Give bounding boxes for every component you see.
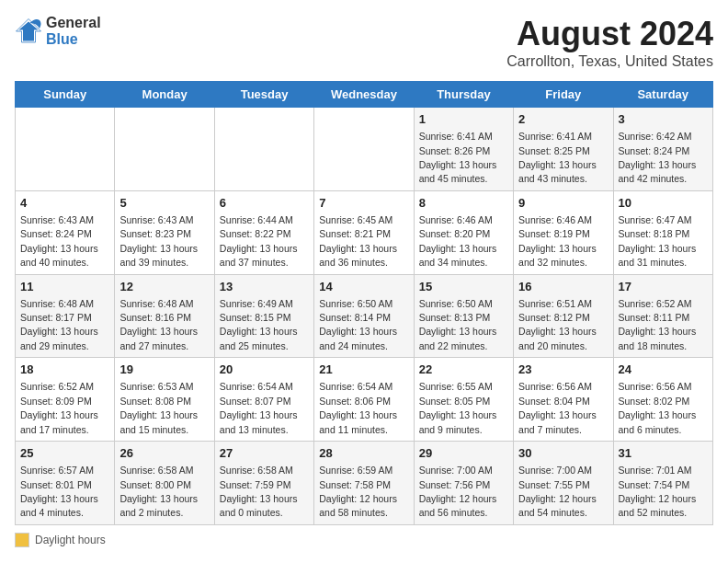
- day-info: Sunrise: 6:51 AM Sunset: 8:12 PM Dayligh…: [518, 298, 597, 351]
- calendar-cell: [16, 108, 115, 191]
- day-info: Sunrise: 6:58 AM Sunset: 7:59 PM Dayligh…: [220, 465, 298, 518]
- day-number: 5: [119, 195, 209, 212]
- weekday-header-wednesday: Wednesday: [314, 82, 414, 108]
- day-info: Sunrise: 6:49 AM Sunset: 8:15 PM Dayligh…: [220, 298, 298, 351]
- day-number: 19: [119, 362, 209, 378]
- day-number: 3: [619, 111, 708, 128]
- calendar-cell: 29Sunrise: 7:00 AM Sunset: 7:56 PM Dayli…: [414, 442, 513, 525]
- day-number: 2: [518, 111, 608, 128]
- calendar-cell: 3Sunrise: 6:42 AM Sunset: 8:24 PM Daylig…: [613, 108, 712, 191]
- page-subtitle: Carrollton, Texas, United States: [506, 53, 713, 70]
- day-number: 1: [419, 111, 508, 128]
- day-number: 28: [319, 445, 408, 462]
- legend: Daylight hours: [15, 533, 713, 547]
- calendar-week-row: 25Sunrise: 6:57 AM Sunset: 8:01 PM Dayli…: [16, 442, 713, 525]
- day-number: 26: [119, 445, 209, 462]
- page-title: August 2024: [506, 15, 713, 53]
- calendar-cell: 31Sunrise: 7:01 AM Sunset: 7:54 PM Dayli…: [613, 442, 712, 525]
- day-info: Sunrise: 6:53 AM Sunset: 8:08 PM Dayligh…: [119, 381, 198, 434]
- day-info: Sunrise: 6:41 AM Sunset: 8:25 PM Dayligh…: [518, 131, 597, 184]
- day-info: Sunrise: 6:43 AM Sunset: 8:23 PM Dayligh…: [119, 214, 198, 268]
- day-info: Sunrise: 6:54 AM Sunset: 8:06 PM Dayligh…: [319, 381, 397, 434]
- day-info: Sunrise: 6:56 AM Sunset: 8:02 PM Dayligh…: [619, 381, 697, 434]
- day-number: 27: [220, 445, 309, 462]
- calendar-cell: [314, 108, 414, 191]
- day-number: 12: [119, 279, 209, 295]
- calendar-cell: 4Sunrise: 6:43 AM Sunset: 8:24 PM Daylig…: [16, 190, 115, 274]
- logo-line2: Blue: [46, 31, 101, 48]
- day-info: Sunrise: 6:59 AM Sunset: 7:58 PM Dayligh…: [319, 465, 397, 518]
- calendar-cell: 8Sunrise: 6:46 AM Sunset: 8:20 PM Daylig…: [414, 190, 513, 274]
- calendar-cell: 7Sunrise: 6:45 AM Sunset: 8:21 PM Daylig…: [314, 190, 414, 274]
- day-info: Sunrise: 6:52 AM Sunset: 8:09 PM Dayligh…: [20, 381, 98, 434]
- calendar-cell: 2Sunrise: 6:41 AM Sunset: 8:25 PM Daylig…: [514, 108, 613, 191]
- calendar-cell: 23Sunrise: 6:56 AM Sunset: 8:04 PM Dayli…: [514, 358, 613, 442]
- daylight-legend-label: Daylight hours: [35, 534, 106, 546]
- calendar-cell: 17Sunrise: 6:52 AM Sunset: 8:11 PM Dayli…: [613, 274, 712, 358]
- day-number: 6: [220, 195, 309, 212]
- day-info: Sunrise: 6:46 AM Sunset: 8:19 PM Dayligh…: [518, 214, 597, 268]
- calendar-header: SundayMondayTuesdayWednesdayThursdayFrid…: [16, 82, 713, 108]
- day-number: 23: [518, 362, 608, 378]
- weekday-header-tuesday: Tuesday: [214, 82, 313, 108]
- day-number: 15: [419, 279, 508, 295]
- day-number: 16: [518, 279, 608, 295]
- calendar-cell: 11Sunrise: 6:48 AM Sunset: 8:17 PM Dayli…: [16, 274, 115, 358]
- calendar-cell: 19Sunrise: 6:53 AM Sunset: 8:08 PM Dayli…: [115, 358, 214, 442]
- day-info: Sunrise: 6:42 AM Sunset: 8:24 PM Dayligh…: [619, 131, 697, 184]
- day-info: Sunrise: 6:58 AM Sunset: 8:00 PM Dayligh…: [119, 465, 198, 518]
- calendar-cell: 10Sunrise: 6:47 AM Sunset: 8:18 PM Dayli…: [613, 190, 712, 274]
- day-info: Sunrise: 6:50 AM Sunset: 8:13 PM Dayligh…: [419, 298, 497, 351]
- day-info: Sunrise: 6:57 AM Sunset: 8:01 PM Dayligh…: [20, 465, 98, 518]
- calendar-table: SundayMondayTuesdayWednesdayThursdayFrid…: [15, 81, 713, 525]
- calendar-cell: [214, 108, 313, 191]
- calendar-cell: 25Sunrise: 6:57 AM Sunset: 8:01 PM Dayli…: [16, 442, 115, 525]
- day-info: Sunrise: 6:48 AM Sunset: 8:17 PM Dayligh…: [20, 298, 98, 351]
- day-number: 7: [319, 195, 408, 212]
- calendar-body: 1Sunrise: 6:41 AM Sunset: 8:26 PM Daylig…: [16, 108, 713, 525]
- calendar-cell: 1Sunrise: 6:41 AM Sunset: 8:26 PM Daylig…: [414, 108, 513, 191]
- day-info: Sunrise: 6:54 AM Sunset: 8:07 PM Dayligh…: [220, 381, 298, 434]
- calendar-cell: 9Sunrise: 6:46 AM Sunset: 8:19 PM Daylig…: [514, 190, 613, 274]
- calendar-cell: 18Sunrise: 6:52 AM Sunset: 8:09 PM Dayli…: [16, 358, 115, 442]
- day-info: Sunrise: 6:47 AM Sunset: 8:18 PM Dayligh…: [619, 214, 697, 268]
- title-block: August 2024 Carrollton, Texas, United St…: [506, 15, 713, 70]
- weekday-header-friday: Friday: [514, 82, 613, 108]
- calendar-cell: 30Sunrise: 7:00 AM Sunset: 7:55 PM Dayli…: [514, 442, 613, 525]
- logo-icon: [15, 17, 42, 45]
- calendar-cell: 27Sunrise: 6:58 AM Sunset: 7:59 PM Dayli…: [214, 442, 313, 525]
- weekday-header-monday: Monday: [115, 82, 214, 108]
- weekday-header-sunday: Sunday: [16, 82, 115, 108]
- weekday-header-saturday: Saturday: [613, 82, 712, 108]
- day-number: 18: [20, 362, 109, 378]
- day-info: Sunrise: 6:56 AM Sunset: 8:04 PM Dayligh…: [518, 381, 597, 434]
- day-number: 14: [319, 279, 408, 295]
- logo: General Blue: [15, 15, 101, 47]
- logo-text: General Blue: [46, 15, 101, 47]
- day-info: Sunrise: 6:41 AM Sunset: 8:26 PM Dayligh…: [419, 131, 497, 184]
- day-number: 4: [20, 195, 109, 212]
- daylight-legend-icon: [15, 533, 29, 547]
- day-number: 21: [319, 362, 408, 378]
- page-header: General Blue August 2024 Carrollton, Tex…: [15, 15, 713, 70]
- day-number: 13: [220, 279, 309, 295]
- day-number: 30: [518, 445, 608, 462]
- logo-line1: General: [46, 15, 101, 31]
- calendar-cell: 24Sunrise: 6:56 AM Sunset: 8:02 PM Dayli…: [613, 358, 712, 442]
- day-number: 9: [518, 195, 608, 212]
- day-info: Sunrise: 6:46 AM Sunset: 8:20 PM Dayligh…: [419, 214, 497, 268]
- calendar-week-row: 18Sunrise: 6:52 AM Sunset: 8:09 PM Dayli…: [16, 358, 713, 442]
- day-number: 31: [619, 445, 708, 462]
- weekday-header-row: SundayMondayTuesdayWednesdayThursdayFrid…: [16, 82, 713, 108]
- day-number: 10: [619, 195, 708, 212]
- weekday-header-thursday: Thursday: [414, 82, 513, 108]
- day-number: 17: [619, 279, 708, 295]
- day-info: Sunrise: 7:00 AM Sunset: 7:55 PM Dayligh…: [518, 465, 597, 518]
- day-info: Sunrise: 6:43 AM Sunset: 8:24 PM Dayligh…: [20, 214, 98, 268]
- calendar-cell: 15Sunrise: 6:50 AM Sunset: 8:13 PM Dayli…: [414, 274, 513, 358]
- calendar-cell: 22Sunrise: 6:55 AM Sunset: 8:05 PM Dayli…: [414, 358, 513, 442]
- calendar-cell: 20Sunrise: 6:54 AM Sunset: 8:07 PM Dayli…: [214, 358, 313, 442]
- day-number: 24: [619, 362, 708, 378]
- day-info: Sunrise: 6:50 AM Sunset: 8:14 PM Dayligh…: [319, 298, 397, 351]
- day-number: 25: [20, 445, 109, 462]
